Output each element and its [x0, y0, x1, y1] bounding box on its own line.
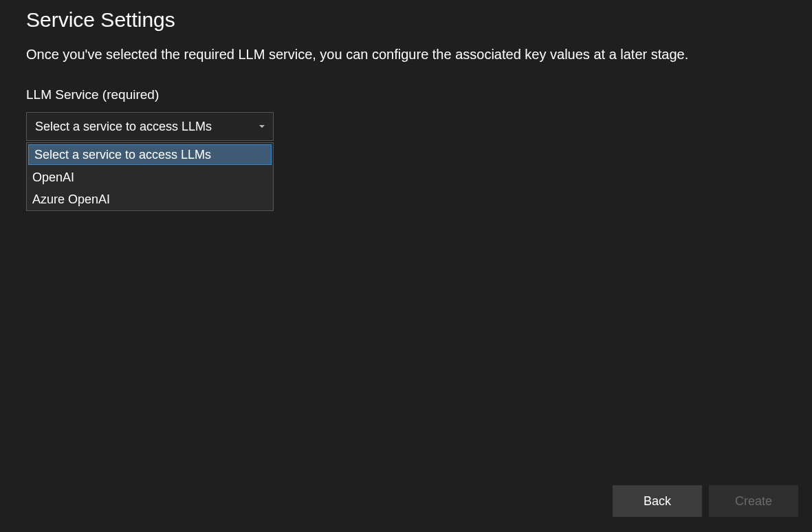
chevron-down-icon — [259, 125, 265, 128]
dropdown-option-openai[interactable]: OpenAI — [27, 166, 273, 188]
page-description: Once you've selected the required LLM se… — [26, 44, 769, 65]
dropdown-option-placeholder[interactable]: Select a service to access LLMs — [28, 144, 272, 165]
llm-service-dropdown[interactable]: Select a service to access LLMs Select a… — [26, 112, 274, 141]
llm-service-dropdown-button[interactable]: Select a service to access LLMs — [26, 112, 274, 141]
create-button: Create — [709, 485, 798, 517]
page-title: Service Settings — [26, 8, 786, 32]
back-button[interactable]: Back — [613, 485, 702, 517]
llm-service-dropdown-selected: Select a service to access LLMs — [35, 120, 212, 134]
llm-service-dropdown-list: Select a service to access LLMs OpenAI A… — [26, 142, 274, 211]
dropdown-option-azure-openai[interactable]: Azure OpenAI — [27, 188, 273, 210]
footer-buttons: Back Create — [613, 485, 798, 517]
llm-service-label: LLM Service (required) — [26, 87, 786, 102]
